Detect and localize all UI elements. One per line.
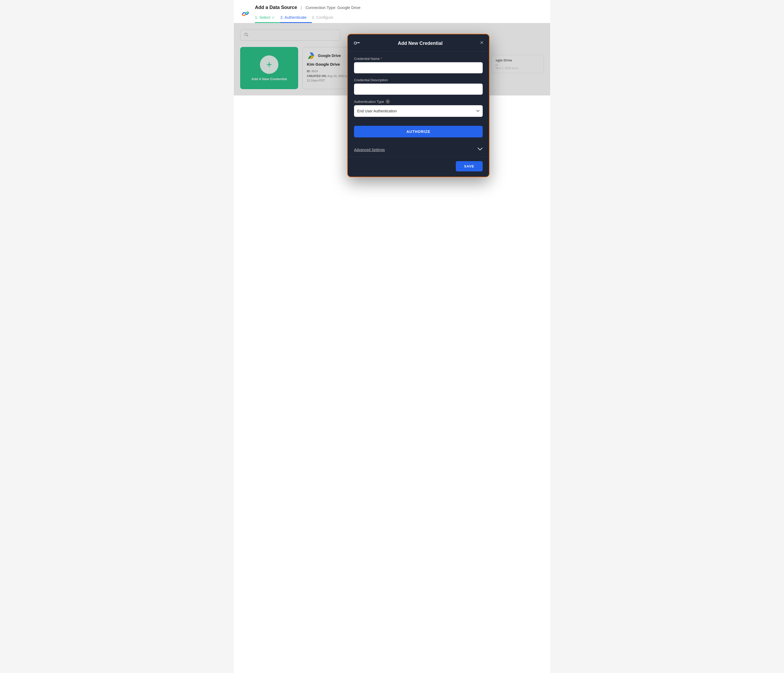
add-credential-modal: Add New Credential ✕ Credential Name * — [347, 34, 490, 177]
page-title: Add a Data Source — [255, 5, 297, 10]
header-subtitle: Connection Type: Google Drive — [305, 5, 360, 10]
auth-type-select[interactable]: End User Authentication Service Account — [354, 105, 483, 117]
header-title-row: Add a Data Source | Connection Type: Goo… — [255, 5, 360, 10]
modal-overlay: Add New Credential ✕ Credential Name * — [234, 23, 550, 95]
credential-name-group: Credential Name * — [354, 57, 483, 73]
advanced-settings-chevron-icon — [478, 147, 483, 153]
credential-description-input[interactable] — [354, 84, 483, 95]
credential-description-group: Credential Description — [354, 78, 483, 95]
stepper: 1. Select ✓ 2. Authenticate 3. Configure — [255, 13, 360, 23]
step-3[interactable]: 3. Configure — [312, 13, 339, 23]
advanced-settings[interactable]: Advanced Settings — [348, 143, 489, 157]
required-marker: * — [381, 57, 382, 61]
credential-name-input[interactable] — [354, 62, 483, 73]
header-title-area: Add a Data Source | Connection Type: Goo… — [255, 5, 360, 23]
credential-name-label: Credential Name * — [354, 57, 483, 61]
modal-body: Credential Name * Credential Description — [348, 51, 489, 143]
step-1[interactable]: 1. Select ✓ — [255, 13, 280, 23]
svg-line-7 — [358, 42, 359, 43]
step-2-label: 2. Authenticate — [280, 15, 306, 20]
step-1-label: 1. Select — [255, 15, 270, 20]
page-wrapper: Add a Data Source | Connection Type: Goo… — [234, 0, 550, 673]
modal-title: Add New Credential — [363, 41, 478, 46]
advanced-settings-label: Advanced Settings — [354, 148, 385, 152]
step-1-checkmark: ✓ — [272, 15, 275, 20]
step-2[interactable]: 2. Authenticate — [280, 13, 312, 23]
modal-header: Add New Credential ✕ — [348, 34, 489, 51]
main-content: + Add A New Credential Google Drive ⋮ Ki… — [234, 23, 550, 95]
svg-line-6 — [357, 41, 360, 44]
step-3-label: 3. Configure — [312, 15, 333, 20]
auth-type-label: Authentication Type i — [354, 100, 483, 104]
authorize-button[interactable]: AUTHORIZE — [354, 126, 483, 137]
header-separator: | — [301, 5, 302, 10]
header: Add a Data Source | Connection Type: Goo… — [234, 0, 550, 23]
auth-type-group: Authentication Type i End User Authentic… — [354, 100, 483, 117]
modal-close-button[interactable]: ✕ — [480, 41, 484, 45]
modal-footer: SAVE — [348, 157, 489, 177]
credential-description-label: Credential Description — [354, 78, 483, 82]
save-button[interactable]: SAVE — [456, 161, 483, 171]
auth-type-info-icon[interactable]: i — [386, 100, 390, 104]
key-icon — [352, 39, 361, 48]
logo-icon — [240, 9, 251, 19]
